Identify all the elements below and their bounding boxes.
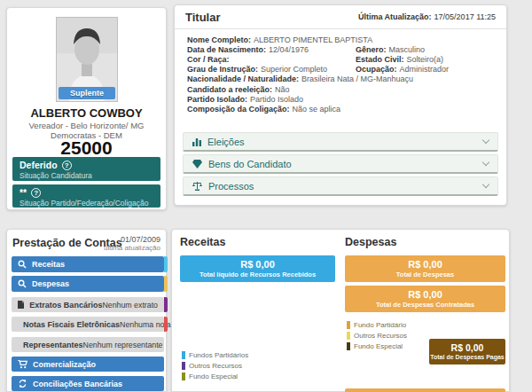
field-coligacao: Composição da Coligação:Não se aplica bbox=[187, 105, 340, 114]
amount-value: R$ 0,00 bbox=[345, 289, 505, 301]
button-status-text: Nenhum extrato bbox=[102, 301, 158, 310]
color-strip bbox=[164, 256, 168, 272]
receitas-legend: Fundos Partidários Outros Recursos Fundo… bbox=[182, 351, 248, 383]
extratos-bancarios-button[interactable]: Extratos Bancários Nenhum extrato bbox=[12, 297, 164, 312]
finance-panel: Receitas R$ 0,00 Total líquido de Recurs… bbox=[171, 229, 510, 392]
legend-label: Fundo Especial bbox=[189, 372, 238, 380]
status-candidatura-banner: Deferido ? Situação Candidatura bbox=[12, 157, 160, 181]
bar-chart-icon bbox=[192, 137, 201, 146]
total-despesas-pagas-box: R$ 0,00 Total de Despesas Pagas bbox=[429, 339, 505, 365]
amount-caption: Total de Despesas bbox=[345, 270, 505, 278]
field-label: Grau de Instrução: bbox=[187, 65, 258, 74]
legend-color-swatch bbox=[347, 332, 350, 340]
field-label: Ocupação: bbox=[356, 65, 397, 74]
field-nascimento: Data de Nascimento:12/04/1976 bbox=[187, 45, 309, 54]
field-genero: Gênero:Masculino bbox=[356, 45, 425, 54]
field-label: Estado Civil: bbox=[356, 55, 404, 64]
field-value: Masculino bbox=[389, 45, 426, 54]
legend-label: Outros Recursos bbox=[354, 332, 407, 340]
accordion-processos[interactable]: Processos bbox=[183, 176, 498, 196]
field-value: ALBERTO PIMENTEL BAPTISTA bbox=[254, 35, 372, 44]
notas-fiscais-button[interactable]: Notas Fiscais Eletrônicas Nenhuma nota bbox=[12, 317, 164, 332]
legend-color-swatch bbox=[182, 372, 185, 380]
button-label: Comercialização bbox=[33, 360, 96, 369]
field-label: Composição da Coligação: bbox=[187, 105, 290, 114]
legend-label: Fundo Partidário bbox=[354, 321, 406, 329]
field-label: Cor / Raça: bbox=[187, 55, 230, 64]
receitas-button[interactable]: Receitas bbox=[12, 256, 164, 272]
gem-icon bbox=[192, 160, 202, 169]
field-value: Não bbox=[275, 85, 290, 94]
status-candidatura-title: Deferido bbox=[20, 160, 58, 170]
despesas-title: Despesas bbox=[345, 236, 396, 248]
ballot-number: 25000 bbox=[7, 137, 166, 159]
button-label: Receitas bbox=[32, 260, 65, 269]
field-instrucao: Grau de Instrução:Superior Completo bbox=[187, 65, 327, 74]
titular-panel: Titular Última Atualização:17/05/2017 11… bbox=[174, 4, 507, 206]
status-partido-banner: ** ? Situação Partido/Federação/Coligaçã… bbox=[12, 184, 160, 208]
button-label: Representantes bbox=[23, 341, 83, 349]
total-recursos-recebidos-box: R$ 0,00 Total líquido de Recursos Recebi… bbox=[180, 255, 335, 282]
accordion-label: Eleições bbox=[207, 137, 245, 147]
chevron-down-icon bbox=[482, 137, 489, 144]
despesas-legend: Fundo Partidário Outros Recursos Fundo E… bbox=[347, 321, 407, 353]
document-icon bbox=[18, 300, 24, 310]
field-value: Partido Isolado bbox=[250, 95, 303, 104]
candidate-photo: Suplente bbox=[56, 17, 118, 102]
field-value: Não se aplica bbox=[293, 105, 341, 114]
button-label: Conciliações Bancárias bbox=[33, 380, 122, 388]
total-despesas-contratadas-box: R$ 0,00 Total de Despesas Contratadas bbox=[345, 286, 505, 312]
field-reeleicao: Candidato a reeleição:Não bbox=[187, 85, 290, 94]
legend-color-swatch bbox=[182, 351, 185, 359]
status-partido-title: ** bbox=[20, 187, 27, 198]
divulgacand-page: { "candidate_card": { "photo_badge": "Su… bbox=[0, 0, 532, 392]
last-update-label: Última Atualização: bbox=[358, 12, 432, 21]
amount-caption: Total de Despesas Contratadas bbox=[345, 301, 505, 309]
field-label: Nome Completo: bbox=[187, 35, 251, 44]
suplente-badge: Suplente bbox=[59, 87, 115, 99]
balance-scale-icon bbox=[192, 182, 202, 191]
last-update: 01/07/2009 última atualização bbox=[104, 235, 160, 252]
help-icon[interactable]: ? bbox=[62, 161, 72, 170]
partial-amount-box bbox=[345, 388, 505, 392]
chevron-down-icon bbox=[482, 181, 489, 188]
status-candidatura-subtitle: Situação Candidatura bbox=[20, 171, 153, 180]
legend-label: Fundos Partidários bbox=[189, 351, 248, 359]
field-label: Nacionalidade / Naturalidade: bbox=[187, 74, 299, 83]
button-label: Despesas bbox=[32, 279, 69, 288]
despesas-button[interactable]: Despesas bbox=[12, 276, 164, 292]
help-icon[interactable]: ? bbox=[31, 188, 41, 198]
legend-color-swatch bbox=[182, 362, 185, 370]
field-cor-raca: Cor / Raça: bbox=[187, 55, 232, 64]
button-status-text: Nenhum representante bbox=[83, 341, 163, 349]
field-label: Candidato a reeleição: bbox=[187, 85, 272, 94]
search-icon bbox=[18, 279, 27, 288]
total-despesas-box: R$ 0,00 Total de Despesas bbox=[345, 255, 505, 282]
color-strip bbox=[164, 317, 168, 332]
representantes-button[interactable]: Representantes Nenhum representante bbox=[12, 337, 164, 352]
candidate-role: Vereador - Belo Horizonte/ MG bbox=[7, 121, 166, 130]
button-label: Extratos Bancários bbox=[29, 301, 102, 310]
legend-item: Fundos Partidários bbox=[182, 351, 248, 359]
amount-value: R$ 0,00 bbox=[180, 259, 335, 270]
panel-title: Titular bbox=[185, 11, 221, 24]
accordion-eleicoes[interactable]: Eleições bbox=[183, 132, 498, 152]
field-estado-civil: Estado Civil:Solteiro(a) bbox=[356, 55, 443, 64]
candidate-name: ALBERTO COWBOY bbox=[7, 106, 166, 120]
legend-item: Fundo Especial bbox=[347, 342, 407, 350]
legend-item: Fundo Especial bbox=[182, 372, 248, 380]
comercializacao-button[interactable]: Comercialização bbox=[12, 357, 164, 372]
field-value: Solteiro(a) bbox=[407, 55, 444, 64]
amount-value: R$ 0,00 bbox=[429, 342, 505, 354]
color-strip bbox=[164, 276, 168, 292]
prestacao-de-contas-panel: Prestação de Contas 01/07/2009 última at… bbox=[6, 229, 167, 392]
legend-item: Outros Recursos bbox=[347, 332, 407, 340]
conciliacoes-bancarias-button[interactable]: Conciliações Bancárias bbox=[12, 376, 164, 391]
legend-label: Fundo Especial bbox=[354, 342, 403, 350]
field-label: Partido Isolado: bbox=[187, 95, 247, 104]
titular-header: Titular Última Atualização:17/05/2017 11… bbox=[175, 5, 506, 29]
color-strip bbox=[164, 297, 168, 312]
shopping-cart-icon bbox=[18, 360, 27, 369]
field-value: Brasileira Nata / MG-Manhuaçu bbox=[301, 74, 413, 83]
accordion-bens[interactable]: Bens do Candidato bbox=[183, 154, 498, 174]
